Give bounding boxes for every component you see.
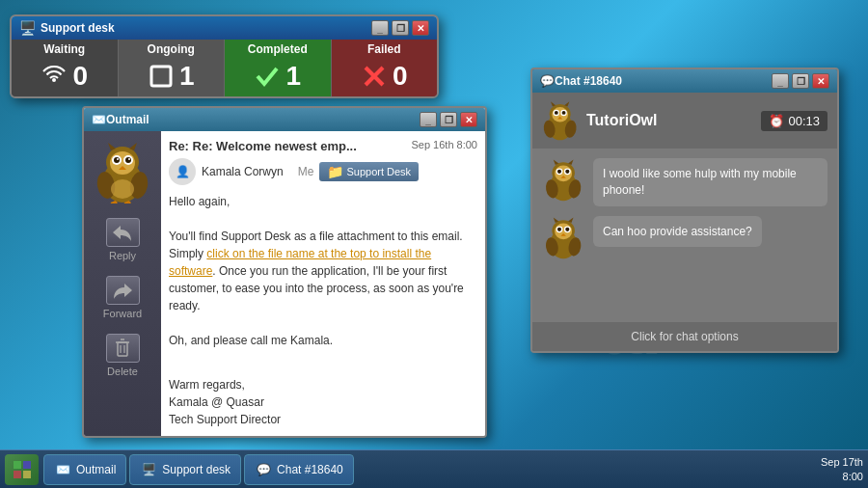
failed-stat: 0 xyxy=(332,56,438,96)
taskbar-time: 8:00 xyxy=(821,470,863,483)
chat-close-button[interactable]: ✕ xyxy=(812,73,829,89)
chat-controls: _ ❐ ✕ xyxy=(772,73,829,89)
ongoing-value: 1 xyxy=(179,61,195,92)
email-sig1: Kamala @ Quasar xyxy=(169,393,477,411)
support-desk-controls: _ ❐ ✕ xyxy=(371,20,429,36)
failed-label: Failed xyxy=(332,40,438,56)
email-content: Re: Re: Welcome newest emp... Sep 16th 8… xyxy=(161,131,485,436)
minimize-button[interactable]: _ xyxy=(371,20,389,36)
chat-bubble-2: Can hoo provide assistance? xyxy=(593,216,762,248)
waiting-value: 0 xyxy=(72,61,88,92)
taskbar-clock: Sep 17th 8:00 xyxy=(821,455,863,483)
email-sig2: Tech Support Director xyxy=(169,411,477,428)
chat-header: TutoriOwl ⏰ 00:13 xyxy=(532,93,837,149)
stats-labels-row: Waiting Ongoing Completed Failed xyxy=(12,40,437,56)
ongoing-stat: 1 xyxy=(119,56,226,96)
svg-point-13 xyxy=(128,158,130,160)
delete-action[interactable]: Delete xyxy=(106,334,140,377)
completed-value: 1 xyxy=(285,61,301,92)
chat-msg-owl-2 xyxy=(542,216,585,259)
email-body: Hello again, You'll find Support Desk as… xyxy=(169,193,477,428)
chat-icon: 💬 xyxy=(540,74,555,88)
taskbar-support-label: Support desk xyxy=(162,463,231,476)
chat-messages: I woold like some hulp with my mobile ph… xyxy=(532,149,837,322)
svg-point-37 xyxy=(562,111,566,115)
reply-label: Reply xyxy=(109,250,136,261)
outmail-restore-button[interactable]: ❐ xyxy=(440,112,457,127)
taskbar-chat[interactable]: 💬 Chat #18640 xyxy=(244,454,354,485)
svg-rect-65 xyxy=(14,461,21,469)
svg-rect-66 xyxy=(23,461,31,469)
sidebar-owl-avatar xyxy=(96,141,149,203)
support-desk-icon: 🖥️ xyxy=(19,20,35,36)
svg-line-23 xyxy=(129,202,130,203)
completed-label: Completed xyxy=(225,40,332,56)
chat-restore-button[interactable]: ❐ xyxy=(792,73,809,89)
delete-label: Delete xyxy=(107,366,138,377)
email-closing: Warm regards, xyxy=(169,376,477,393)
chat-message-1: I woold like some hulp with my mobile ph… xyxy=(542,158,827,206)
chat-title: Chat #18640 xyxy=(555,74,622,88)
waiting-stat: 0 xyxy=(12,56,119,96)
taskbar-outmail[interactable]: ✉️ Outmail xyxy=(43,454,126,485)
chat-timer-value: 00:13 xyxy=(788,114,820,128)
chat-titlebar: 💬 Chat #18640 _ ❐ ✕ xyxy=(532,69,837,93)
close-button[interactable]: ✕ xyxy=(412,20,429,36)
svg-point-47 xyxy=(557,170,561,174)
svg-rect-67 xyxy=(14,471,21,478)
taskbar-outmail-label: Outmail xyxy=(76,463,116,476)
square-icon xyxy=(148,63,175,90)
email-subject: Re: Re: Welcome newest emp... xyxy=(169,139,357,153)
taskbar-outmail-icon: ✉️ xyxy=(54,461,71,478)
outmail-controls: _ ❐ ✕ xyxy=(420,112,477,127)
outmail-body: Reply Forward xyxy=(84,131,485,436)
email-me: Me xyxy=(298,165,314,178)
chat-msg-text-2: Can hoo provide assistance? xyxy=(603,225,752,238)
failed-value: 0 xyxy=(393,61,408,92)
x-icon xyxy=(361,63,388,90)
chat-agent-name: TutoriOwl xyxy=(586,112,657,129)
forward-action[interactable]: Forward xyxy=(103,276,142,319)
svg-line-20 xyxy=(116,202,117,203)
svg-point-10 xyxy=(117,158,119,160)
svg-point-61 xyxy=(565,227,569,230)
chat-bubble-1: I woold like some hulp with my mobile ph… xyxy=(593,158,827,206)
reply-action[interactable]: Reply xyxy=(106,218,140,261)
svg-point-59 xyxy=(557,227,561,230)
svg-point-9 xyxy=(114,157,120,163)
chat-owl-icon xyxy=(542,100,579,141)
start-button[interactable] xyxy=(5,454,39,485)
stats-numbers-row: 0 1 1 0 xyxy=(12,56,437,96)
chat-msg-owl-1 xyxy=(542,158,585,202)
chat-footer-text: Click for chat options xyxy=(631,330,738,343)
outmail-window: ✉️ Outmail _ ❐ ✕ xyxy=(82,106,487,438)
email-p2-text: . Once you run the application, I'll be … xyxy=(169,264,464,312)
outmail-title: Outmail xyxy=(106,113,149,126)
svg-point-49 xyxy=(565,170,569,174)
support-desk-titlebar: 🖥️ Support desk _ ❐ ✕ xyxy=(12,16,437,40)
chat-footer[interactable]: Click for chat options xyxy=(532,322,837,351)
outmail-icon: ✉️ xyxy=(92,113,106,126)
email-signature: Warm regards, Kamala @ Quasar Tech Suppo… xyxy=(169,376,477,428)
taskbar-chat-icon: 💬 xyxy=(255,461,272,478)
reply-icon xyxy=(106,218,140,247)
outmail-minimize-button[interactable]: _ xyxy=(420,112,437,127)
chat-minimize-button[interactable]: _ xyxy=(772,73,789,89)
taskbar-chat-label: Chat #18640 xyxy=(277,463,343,476)
delete-icon xyxy=(106,334,140,363)
chat-timer: ⏰ 00:13 xyxy=(761,111,827,131)
ongoing-label: Ongoing xyxy=(119,40,226,56)
email-paragraph-1: You'll find Support Desk as a file attac… xyxy=(169,228,477,314)
forward-label: Forward xyxy=(103,308,142,319)
taskbar-support-desk[interactable]: 🖥️ Support desk xyxy=(129,454,241,485)
outmail-close-button[interactable]: ✕ xyxy=(460,112,477,127)
svg-point-12 xyxy=(125,157,131,163)
checkmark-icon xyxy=(254,63,281,90)
chat-msg-text-1: I woold like some hulp with my mobile ph… xyxy=(603,167,797,197)
email-label-text: Support Desk xyxy=(346,166,411,177)
email-header: Re: Re: Welcome newest emp... Sep 16th 8… xyxy=(169,139,477,153)
email-greeting: Hello again, xyxy=(169,193,477,210)
svg-point-17 xyxy=(111,179,134,199)
restore-button[interactable]: ❐ xyxy=(392,20,409,36)
outmail-sidebar: Reply Forward xyxy=(84,131,161,436)
